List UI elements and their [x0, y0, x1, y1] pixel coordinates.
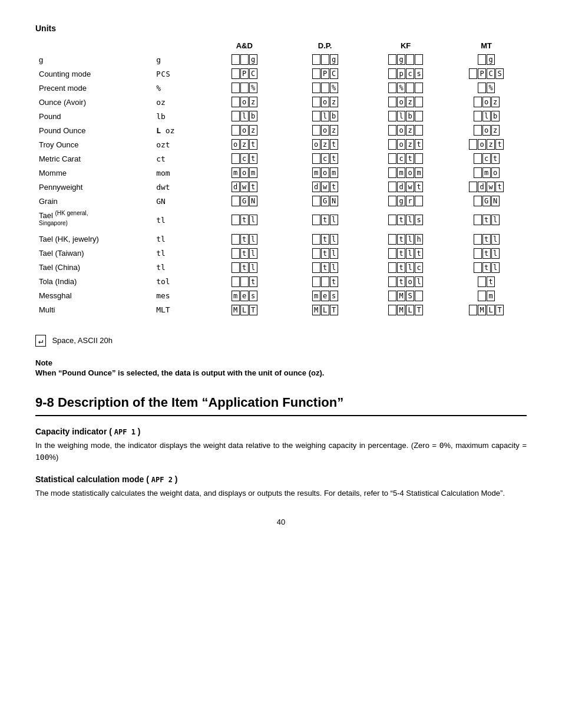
unit-cell: lb	[204, 109, 285, 123]
page-number: 40	[35, 518, 527, 526]
space-note: ↵ Space, ASCII 20h	[35, 335, 527, 347]
col-header-kf: KF	[365, 39, 446, 52]
unit-symbol-cell: PCS	[153, 67, 204, 81]
unit-cell: tl	[285, 246, 365, 261]
unit-cell: tol	[365, 275, 446, 289]
unit-symbol-cell: ozt	[153, 137, 204, 151]
unit-cell: tl	[446, 232, 527, 246]
col-header-dp: D.P.	[285, 39, 365, 52]
unit-cell: dwt	[446, 180, 527, 194]
unit-cell: %	[446, 81, 527, 95]
unit-cell: oz	[365, 123, 446, 137]
unit-name-cell: Tael (China)	[35, 261, 153, 275]
unit-cell: MLT	[446, 303, 527, 317]
table-row: Pound OunceL oz oz oz oz oz	[35, 123, 527, 137]
unit-cell: %	[204, 81, 285, 95]
table-row: MultiMLTMLTMLT MLT MLT	[35, 303, 527, 317]
unit-cell: PCS	[446, 67, 527, 81]
unit-name-cell: g	[35, 52, 153, 67]
unit-symbol-cell: mes	[153, 289, 204, 303]
unit-cell: ct	[285, 151, 365, 166]
unit-cell: %	[365, 81, 446, 95]
unit-cell: oz	[285, 95, 365, 109]
subsection-title: Statistical calculation mode ( APF 2 )	[35, 475, 527, 484]
unit-cell: g	[446, 52, 527, 67]
table-row: Mommemommommom mom mo	[35, 166, 527, 180]
unit-name-cell: Troy Ounce	[35, 137, 153, 151]
unit-cell: PC	[285, 67, 365, 81]
unit-cell: dwt	[365, 180, 446, 194]
unit-symbol-cell: tl	[153, 261, 204, 275]
table-row: Messghalmesmesmes MS m	[35, 289, 527, 303]
unit-cell: m	[446, 289, 527, 303]
subsection-title: Capacity indicator ( APF 1 )	[35, 427, 527, 436]
note-text: When “Pound Ounce” is selected, the data…	[35, 368, 527, 377]
unit-symbol-cell: tl	[153, 208, 204, 232]
subsection: Statistical calculation mode ( APF 2 )Th…	[35, 475, 527, 500]
unit-symbol-cell: GN	[153, 194, 204, 208]
units-section: Units A&D D.P. KF MT gg g g g gCounting …	[35, 24, 527, 317]
note-label: Note	[35, 358, 527, 367]
unit-cell: PC	[204, 67, 285, 81]
unit-cell: oz	[446, 95, 527, 109]
unit-cell: MLT	[285, 303, 365, 317]
space-note-text: Space, ASCII 20h	[52, 336, 113, 345]
unit-cell: tl	[204, 246, 285, 261]
unit-symbol-cell: ct	[153, 151, 204, 166]
unit-cell: mom	[285, 166, 365, 180]
unit-cell: oz	[365, 95, 446, 109]
col-header-symbol	[153, 39, 204, 52]
unit-cell: g	[204, 52, 285, 67]
subsection-text: The mode statistically calculates the we…	[35, 487, 527, 500]
table-row: Tael (China)tl tl tl tlc tl	[35, 261, 527, 275]
table-row: gg g g g g	[35, 52, 527, 67]
table-row: Precent mode% % % % %	[35, 81, 527, 95]
unit-symbol-cell: g	[153, 52, 204, 67]
unit-cell: tlh	[365, 232, 446, 246]
unit-cell: ozt	[285, 137, 365, 151]
unit-cell: %	[285, 81, 365, 95]
unit-symbol-cell: %	[153, 81, 204, 95]
unit-cell: ct	[365, 151, 446, 166]
unit-cell: oz	[204, 95, 285, 109]
unit-cell: oz	[204, 123, 285, 137]
unit-cell: lb	[365, 109, 446, 123]
unit-symbol-cell: mom	[153, 166, 204, 180]
unit-name-cell: Pennyweight	[35, 180, 153, 194]
unit-cell: t	[446, 275, 527, 289]
units-title: Units	[35, 24, 527, 33]
unit-cell: g	[365, 52, 446, 67]
unit-cell: tl	[204, 261, 285, 275]
table-row: Tael (HK, jewelry)tl tl tl tlh tl	[35, 232, 527, 246]
unit-cell: mo	[446, 166, 527, 180]
unit-name-cell: Multi	[35, 303, 153, 317]
unit-name-cell: Pound	[35, 109, 153, 123]
unit-cell: tl	[446, 246, 527, 261]
unit-name-cell: Grain	[35, 194, 153, 208]
unit-cell: t	[285, 275, 365, 289]
table-row: Poundlb lb lb lb lb	[35, 109, 527, 123]
unit-name-cell: Momme	[35, 166, 153, 180]
unit-cell: dwt	[204, 180, 285, 194]
unit-cell: mom	[365, 166, 446, 180]
unit-cell: ozt	[204, 137, 285, 151]
unit-cell: g	[285, 52, 365, 67]
unit-cell: tlt	[365, 246, 446, 261]
col-header-ad: A&D	[204, 39, 285, 52]
unit-name-cell: Tael (HK, jewelry)	[35, 232, 153, 246]
col-header-unit	[35, 39, 153, 52]
unit-cell: pcs	[365, 67, 446, 81]
unit-symbol-cell: L oz	[153, 123, 204, 137]
table-row: Metric Caratct ct ct ct ct	[35, 151, 527, 166]
unit-symbol-cell: dwt	[153, 180, 204, 194]
unit-cell: tl	[446, 208, 527, 232]
unit-cell: tlc	[365, 261, 446, 275]
unit-cell: GN	[446, 194, 527, 208]
unit-cell: MLT	[204, 303, 285, 317]
note-section: ↵ Space, ASCII 20h Note When “Pound Ounc…	[35, 335, 527, 377]
table-row: Tael (Taiwan)tl tl tl tlt tl	[35, 246, 527, 261]
unit-symbol-cell: lb	[153, 109, 204, 123]
note-block: Note When “Pound Ounce” is selected, the…	[35, 358, 527, 377]
table-row: Pennyweightdwtdwtdwt dwt dwt	[35, 180, 527, 194]
unit-cell: ozt	[365, 137, 446, 151]
